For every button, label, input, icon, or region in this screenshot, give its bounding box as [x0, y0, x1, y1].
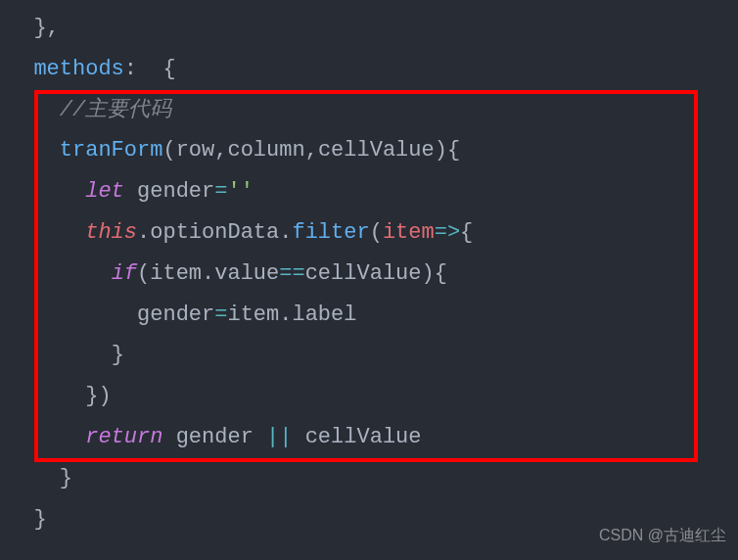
param: column: [227, 138, 304, 163]
code-line: return gender || cellValue: [8, 417, 738, 458]
param: item: [383, 220, 435, 245]
operator: ||: [266, 425, 292, 449]
property: value: [214, 261, 279, 286]
code-line: }): [8, 376, 738, 417]
property: optionData: [150, 220, 279, 245]
param: cellValue: [318, 138, 435, 163]
method-call: filter: [292, 220, 369, 245]
code-line: }: [8, 335, 738, 376]
property: label: [292, 303, 356, 327]
variable: gender: [176, 425, 254, 449]
code-line: let gender='': [8, 171, 738, 212]
property-name: methods: [33, 57, 123, 81]
keyword-this: this: [85, 220, 137, 245]
string: '': [227, 179, 253, 204]
token: },: [8, 16, 60, 40]
param: row: [176, 138, 215, 163]
code-block: }, methods: { //主要代码 tranForm(row,column…: [0, 8, 738, 539]
keyword: let: [85, 179, 124, 204]
variable: item: [227, 303, 279, 327]
variable: cellValue: [305, 261, 422, 286]
code-line: gender=item.label: [8, 295, 738, 336]
variable: cellValue: [305, 425, 422, 449]
code-line: },: [8, 8, 738, 49]
code-line: //主要代码: [8, 90, 738, 131]
code-line: methods: {: [8, 49, 738, 90]
code-line: tranForm(row,column,cellValue){: [8, 130, 738, 171]
code-line: }: [8, 458, 738, 499]
comment: //主要代码: [60, 98, 171, 122]
code-line: this.optionData.filter(item=>{: [8, 212, 738, 254]
keyword: return: [85, 425, 162, 449]
watermark: CSDN @古迪红尘: [599, 521, 726, 550]
variable: gender: [137, 179, 214, 204]
code-line: if(item.value==cellValue){: [8, 254, 738, 295]
variable: item: [150, 261, 202, 286]
keyword: if: [112, 261, 137, 286]
function-name: tranForm: [60, 138, 163, 163]
variable: gender: [137, 303, 214, 327]
